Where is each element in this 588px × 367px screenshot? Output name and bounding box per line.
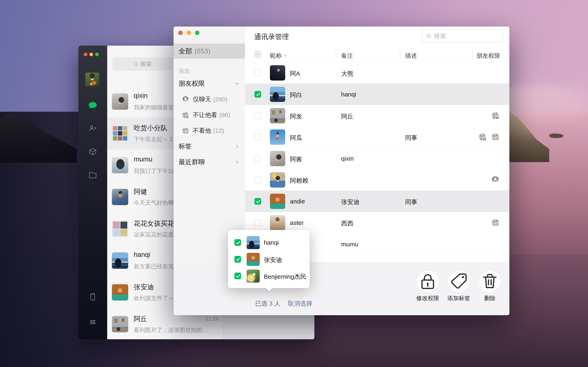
- user-avatar[interactable]: [85, 73, 99, 86]
- sidebar-item-contacts[interactable]: [88, 124, 98, 133]
- filter-item-chat-only[interactable]: 仅聊天(260): [173, 92, 245, 106]
- row-checkbox[interactable]: [254, 112, 261, 119]
- chat-timestamp: 11:26: [206, 316, 218, 322]
- popup-checkbox[interactable]: [234, 256, 241, 263]
- search-placeholder: 搜索: [140, 60, 152, 68]
- popup-selected-contact[interactable]: hanqi: [228, 234, 310, 251]
- chevron-right-icon: [235, 144, 240, 149]
- filter-count: (66): [219, 111, 230, 118]
- avatar: [270, 151, 285, 166]
- contacts-icon: [88, 124, 97, 133]
- filter-item-hide-my-posts[interactable]: 不让他看(66): [173, 108, 245, 122]
- group-member-thumb: [113, 131, 117, 135]
- window-controls[interactable]: [178, 31, 203, 36]
- close-button[interactable]: [178, 31, 183, 35]
- filter-item-hide-their-posts[interactable]: 不看他(12): [173, 124, 245, 138]
- column-friend-permission[interactable]: 朋友权限: [476, 52, 500, 60]
- chat-preview: 这家花店的花质量: [134, 231, 180, 239]
- menu-icon: [88, 318, 97, 327]
- zoom-button[interactable]: [95, 53, 99, 56]
- avatar: [247, 236, 260, 249]
- add-tag-button[interactable]: 添加标签: [442, 262, 475, 315]
- edit-permission-button[interactable]: 修改权限: [411, 262, 444, 315]
- avatar: [247, 269, 260, 283]
- cell-nickname: andie: [290, 198, 305, 205]
- chat-search-input[interactable]: 搜索: [112, 57, 172, 71]
- clear-selection-link[interactable]: 取消选择: [288, 300, 312, 307]
- table-row[interactable]: andie张安迪同事: [245, 191, 509, 212]
- selected-contacts-popup: hanqi张安迪Benjieming杰民: [228, 230, 310, 288]
- cell-description: 同事: [405, 134, 417, 142]
- action-circle[interactable]: [417, 271, 438, 292]
- minimize-button[interactable]: [187, 31, 191, 35]
- row-checkbox[interactable]: [254, 91, 261, 98]
- search-placeholder: 搜索: [434, 32, 446, 40]
- table-row[interactable]: 阿白hanqi: [245, 83, 509, 105]
- table-row[interactable]: 阿A大熊: [245, 62, 509, 83]
- table-row[interactable]: 阿瓜同事: [245, 126, 509, 148]
- sidebar-item-tags[interactable]: 标签: [173, 140, 245, 152]
- row-checkbox[interactable]: [254, 69, 261, 76]
- folder-icon: [88, 170, 97, 179]
- perm-group-label: 朋友权限: [179, 79, 205, 88]
- sidebar-item-menu[interactable]: [88, 317, 98, 327]
- avatar: [270, 194, 285, 209]
- avatar: [112, 316, 128, 332]
- popup-selected-contact[interactable]: Benjieming杰民: [228, 268, 310, 284]
- permission-icons: [491, 175, 500, 184]
- row-checkbox[interactable]: [254, 219, 261, 226]
- moments-hidden-icon: [182, 127, 189, 134]
- moments-hidden-icon: [491, 218, 500, 227]
- action-circle[interactable]: [448, 271, 469, 292]
- sidebar-item-chat-bubble[interactable]: [88, 100, 98, 110]
- table-row[interactable]: 阿发阿丘: [245, 105, 509, 126]
- chat-person-icon: [182, 96, 189, 103]
- sidebar-item-recent-groups[interactable]: 最近群聊: [173, 156, 245, 168]
- popup-contact-name: 张安迪: [264, 256, 282, 264]
- permission-icons: [491, 218, 500, 227]
- chat-preview: 今天天气好热啊！: [134, 199, 180, 207]
- selected-prefix: 已选: [255, 300, 268, 307]
- sort-ascending-icon: ↑: [284, 53, 286, 59]
- row-checkbox[interactable]: [254, 176, 261, 183]
- column-description[interactable]: 描述: [405, 52, 417, 60]
- chat-preview: 我家的猫猫最近好: [134, 104, 180, 111]
- chevron-right-icon: [235, 160, 240, 165]
- row-checkbox[interactable]: [254, 155, 261, 162]
- main-nav-sidebar: [78, 46, 107, 339]
- popup-checkbox[interactable]: [234, 239, 241, 246]
- sidebar-item-phone[interactable]: [88, 292, 98, 302]
- column-remark[interactable]: 备注: [341, 52, 353, 60]
- column-nickname[interactable]: 昵称↑: [270, 52, 286, 60]
- chat-name: hanqi: [134, 251, 150, 259]
- sidebar-item-folder[interactable]: [88, 170, 98, 180]
- group-member-thumb: [118, 136, 122, 141]
- zoom-button[interactable]: [195, 31, 199, 35]
- selected-count: 3: [269, 300, 273, 307]
- cell-nickname: 阿酱: [290, 155, 302, 164]
- action-circle[interactable]: [479, 271, 501, 292]
- table-row[interactable]: 阿赖赖: [245, 169, 509, 191]
- chat-name: 张安迪: [134, 283, 154, 292]
- select-all-checkbox[interactable]: [254, 51, 261, 58]
- close-button[interactable]: [84, 53, 87, 56]
- avatar: [270, 215, 285, 230]
- cell-remark: 张安迪: [341, 198, 360, 206]
- avatar: [112, 284, 128, 300]
- contacts-manage-window: 全部 (653) 筛选 朋友权限 仅聊天(260)不让他看(66)不看他(12)…: [173, 26, 509, 315]
- delete-button[interactable]: 删除: [474, 262, 506, 315]
- sidebar-item-collections-box[interactable]: [88, 147, 98, 157]
- collections-box-icon: [88, 147, 97, 156]
- table-row[interactable]: 阿酱qixin: [245, 148, 509, 169]
- window-controls[interactable]: [84, 53, 101, 57]
- search-icon: [133, 61, 139, 67]
- manage-footer: 已选 3 人 取消选择 修改权限添加标签删除: [173, 262, 509, 315]
- popup-selected-contact[interactable]: 张安迪: [228, 251, 310, 268]
- sidebar-item-friend-permission[interactable]: 朋友权限: [173, 77, 245, 90]
- row-checkbox[interactable]: [254, 134, 261, 141]
- popup-checkbox[interactable]: [234, 273, 241, 279]
- chat-preview: 我预订了下午2点: [134, 167, 177, 175]
- row-checkbox[interactable]: [254, 198, 261, 205]
- contacts-search-input[interactable]: 搜索: [422, 30, 503, 43]
- minimize-button[interactable]: [89, 53, 93, 56]
